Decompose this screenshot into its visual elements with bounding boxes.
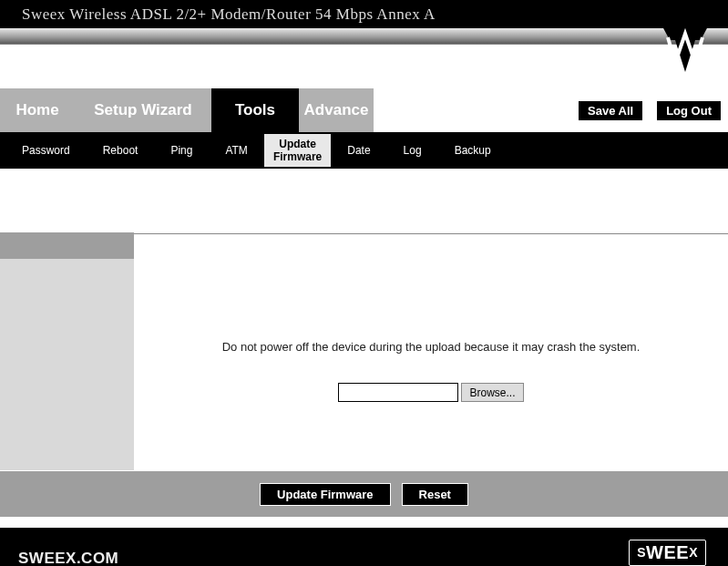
subtab-update-firmware[interactable]: UpdateFirmware xyxy=(264,134,331,168)
tab-advance[interactable]: Advance xyxy=(299,88,374,132)
subtab-log[interactable]: Log xyxy=(387,144,438,157)
tab-home[interactable]: Home xyxy=(0,88,75,132)
subtab-atm[interactable]: ATM xyxy=(209,144,263,157)
action-bar: Update Firmware Reset xyxy=(0,471,728,517)
device-title: Sweex Wireless ADSL 2/2+ Modem/Router 54… xyxy=(22,5,436,23)
sweex-brand-logo: SWEEX xyxy=(629,540,706,566)
subtab-ping[interactable]: Ping xyxy=(154,144,209,157)
left-sidebar xyxy=(0,169,134,471)
browse-button[interactable]: Browse... xyxy=(461,383,523,402)
subtab-update-firmware-label: UpdateFirmware xyxy=(273,138,322,164)
title-bar: Sweex Wireless ADSL 2/2+ Modem/Router 54… xyxy=(0,0,728,28)
update-firmware-button[interactable]: Update Firmware xyxy=(260,483,390,506)
tab-tools[interactable]: Tools xyxy=(211,88,299,132)
footer: SWEEX.COM SWEEX My Digital Life xyxy=(0,528,728,566)
subtab-password[interactable]: Password xyxy=(5,144,87,157)
content-panel: Do not power off the device during the u… xyxy=(134,234,728,471)
footer-site-link[interactable]: SWEEX.COM xyxy=(18,550,118,566)
save-all-button[interactable]: Save All xyxy=(579,101,642,120)
subtab-backup[interactable]: Backup xyxy=(438,144,508,157)
header-gradient xyxy=(0,28,728,45)
firmware-file-input[interactable] xyxy=(338,383,458,402)
sweex-w-logo-icon xyxy=(662,26,708,81)
subtab-reboot[interactable]: Reboot xyxy=(87,144,155,157)
tab-setup-wizard[interactable]: Setup Wizard xyxy=(75,88,211,132)
sub-tabs: Password Reboot Ping ATM UpdateFirmware … xyxy=(0,132,728,169)
subtab-date[interactable]: Date xyxy=(331,144,386,157)
main-tabs: Home Setup Wizard Tools Advance Save All… xyxy=(0,88,728,132)
log-out-button[interactable]: Log Out xyxy=(657,101,721,120)
reset-button[interactable]: Reset xyxy=(402,483,468,506)
warning-text: Do not power off the device during the u… xyxy=(134,340,728,354)
